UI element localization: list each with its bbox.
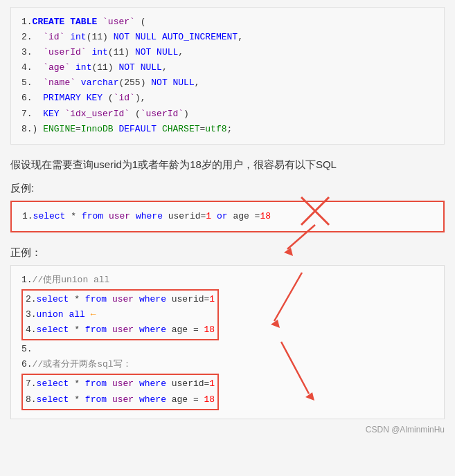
good-highlight-block-1: 2.select * from user where userid=1 3.un… <box>21 289 219 340</box>
good-line-7: 7.select * from user where userid=1 <box>26 376 215 392</box>
svg-marker-5 <box>271 320 280 328</box>
svg-marker-7 <box>305 392 314 401</box>
code-line-7: 7. KEY `idx_userId` (`userId`) <box>21 107 434 122</box>
code-line-5: 5. `name` varchar(255) NOT NULL, <box>21 75 434 91</box>
good-line-3: 3.union all ← <box>26 307 215 322</box>
code-line-1: 1.CREATE TABLE `user` ( <box>21 15 434 30</box>
page-container: 1.CREATE TABLE `user` ( 2. `id` int(11) … <box>0 0 455 441</box>
code-line-4: 4. `age` int(11) NOT NULL, <box>21 60 434 75</box>
good-line-4: 4.select * from user where age = 18 <box>26 322 215 338</box>
bad-example-box: 1.select * from user where userid=1 or a… <box>10 201 445 232</box>
watermark: CSDN @AlminminHu <box>10 425 445 434</box>
good-line-5: 5. <box>21 342 434 357</box>
good-line-6: 6.//或者分开两条sql写： <box>21 357 434 372</box>
bad-example-wrapper: 1.select * from user where userid=1 or a… <box>10 201 445 232</box>
good-highlight-block-2: 7.select * from user where userid=1 8.se… <box>21 374 219 410</box>
code-line-3: 3. `userId` int(11) NOT NULL, <box>21 45 434 60</box>
code-line-8: 8.) ENGINE=InnoDB DEFAULT CHARSET=utf8; <box>21 122 434 137</box>
description-text: 假设现在需要查询userid为1或者年龄为18岁的用户，很容易有以下SQL <box>10 155 445 174</box>
code-line-6: 6. PRIMARY KEY (`id`), <box>21 91 434 106</box>
bad-label: 反例: <box>10 182 445 195</box>
good-line-2: 2.select * from user where userid=1 <box>26 292 215 307</box>
good-example-box: 1.//使用union all 2.select * from user whe… <box>10 265 445 419</box>
create-table-code: 1.CREATE TABLE `user` ( 2. `id` int(11) … <box>10 7 445 145</box>
good-line-8: 8.select * from user where age = 18 <box>26 392 215 408</box>
code-line-2: 2. `id` int(11) NOT NULL AUTO_INCREMENT, <box>21 30 434 45</box>
good-label: 正例： <box>10 246 445 259</box>
good-line-1: 1.//使用union all <box>21 273 434 288</box>
